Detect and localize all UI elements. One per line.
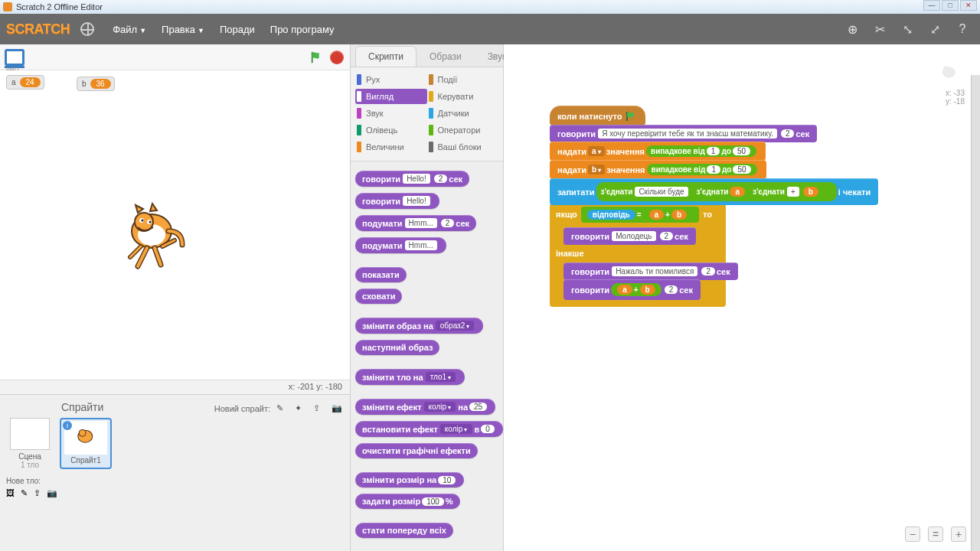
window-title: Scratch 2 Offline Editor: [16, 2, 103, 11]
sprite-pane-title: Спрайти: [6, 399, 103, 418]
tab-costumes[interactable]: Образи: [416, 46, 475, 67]
zoom-in-icon[interactable]: +: [951, 527, 966, 542]
scissors-icon[interactable]: ✂: [873, 22, 887, 36]
block-think[interactable]: подуматиHmm...: [355, 237, 446, 253]
tab-scripts[interactable]: Скрипти: [355, 46, 416, 67]
block-think-secs[interactable]: подуматиHmm...2сек: [355, 215, 476, 231]
app-icon: [3, 2, 12, 11]
menu-file[interactable]: Файл▼: [105, 24, 154, 35]
cat-motion[interactable]: Рух: [355, 72, 427, 87]
new-backdrop-label: Нове тло:: [6, 477, 344, 485]
fullscreen-icon[interactable]: [5, 49, 24, 66]
block-say[interactable]: говоритиHello!: [355, 193, 439, 209]
svg-point-10: [943, 67, 949, 73]
maximize-button[interactable]: □: [942, 0, 959, 11]
block-switch-backdrop[interactable]: змінити тло натло1: [355, 369, 465, 385]
block-clear-effects[interactable]: очистити графічні ефекти: [355, 443, 478, 458]
upload-backdrop-icon[interactable]: ⇪: [34, 488, 41, 498]
blk-ask[interactable]: запитати з'єднатиСкільки буде з'єднатиa …: [550, 178, 878, 205]
blk-say-good[interactable]: говоритиМолодець2сек: [564, 227, 696, 245]
stop-icon[interactable]: [330, 51, 344, 64]
stage-canvas[interactable]: a24 b36: [0, 70, 350, 380]
blk-say-intro[interactable]: говоритиЯ хочу перевірити тебе як ти зна…: [550, 125, 817, 142]
blk-say-bad[interactable]: говоритиНажаль ти помилився2сек: [564, 262, 738, 280]
info-icon[interactable]: i: [63, 421, 72, 430]
block-change-effect[interactable]: змінити ефектколірна25: [355, 399, 495, 415]
green-flag-icon[interactable]: [310, 51, 324, 64]
variable-monitor-a[interactable]: a24: [6, 75, 44, 90]
camera-sprite-icon[interactable]: 📷: [332, 403, 344, 414]
paint-sprite-icon[interactable]: ✦: [295, 403, 307, 414]
language-icon[interactable]: [80, 22, 94, 36]
app-menubar: SCRATCH Файл▼ Правка▼ Поради Про програм…: [0, 14, 980, 44]
sprite-pane: Спрайти Новий спрайт: ✎ ✦ ⇪ 📷 Сцена 1 тл…: [0, 394, 350, 551]
zoom-out-icon[interactable]: −: [905, 527, 920, 542]
shrink-icon[interactable]: ⤢: [928, 22, 942, 36]
zoom-reset-icon[interactable]: =: [928, 527, 943, 542]
svg-point-4: [142, 220, 144, 222]
blk-set-b[interactable]: надатиbзначення випадкове від1до50: [550, 160, 766, 179]
block-set-size[interactable]: задати розмір100%: [355, 494, 460, 509]
stamp-icon[interactable]: ⊕: [845, 22, 859, 36]
cat-sensing[interactable]: Датчики: [427, 106, 499, 121]
menu-about[interactable]: Про програму: [263, 24, 342, 35]
script-area[interactable]: x: -33y: -18 коли натиснуто говоритиЯ хо…: [504, 44, 980, 551]
cat-events[interactable]: Події: [427, 72, 499, 87]
paint-backdrop-icon[interactable]: ✎: [21, 488, 28, 498]
menu-edit[interactable]: Правка▼: [154, 24, 212, 35]
menu-tips[interactable]: Поради: [212, 24, 263, 35]
svg-point-6: [149, 221, 152, 223]
sprite-cat[interactable]: [115, 193, 191, 277]
cat-looks[interactable]: Вигляд: [355, 89, 427, 104]
cat-more[interactable]: Ваші блоки: [427, 139, 499, 155]
variable-monitor-b[interactable]: b36: [77, 77, 115, 91]
blk-set-a[interactable]: надатиaзначення випадкове від1до50: [550, 142, 766, 161]
block-say-secs[interactable]: говоритиHello!2сек: [355, 171, 469, 187]
choose-backdrop-icon[interactable]: 🖼: [6, 488, 15, 498]
blk-say-sum[interactable]: говорити a+b 2сек: [564, 279, 701, 300]
stage-header: v461: [0, 44, 350, 70]
minimize-button[interactable]: —: [923, 0, 940, 11]
zoom-controls: − = +: [905, 527, 966, 542]
block-switch-costume[interactable]: змінити образ наобраз2: [355, 318, 483, 334]
upload-sprite-icon[interactable]: ⇪: [313, 403, 325, 414]
stage-thumbnail[interactable]: Сцена 1 тло: [6, 418, 54, 469]
blk-if-else[interactable]: якщо відповідь = a+b то говоритиМолодець…: [550, 204, 726, 307]
cat-sound[interactable]: Звук: [355, 106, 427, 121]
block-set-effect[interactable]: встановити ефектколірв0: [355, 421, 503, 437]
help-icon[interactable]: ?: [956, 22, 969, 36]
cat-operators[interactable]: Оператори: [427, 122, 499, 138]
mouse-coords: x: -201 y: -180: [0, 380, 350, 394]
block-palette[interactable]: говоритиHello!2сек говоритиHello! подума…: [351, 161, 503, 551]
scratch-logo: SCRATCH: [6, 21, 70, 37]
editor-tabs: Скрипти Образи Звуки: [351, 44, 503, 67]
blk-when-flag[interactable]: коли натиснуто: [550, 106, 645, 126]
cat-pen[interactable]: Олівець: [355, 122, 427, 138]
block-go-front[interactable]: стати попереду всіх: [355, 523, 453, 538]
block-categories: Рух Події Вигляд Керувати Звук Датчики О…: [351, 67, 503, 161]
block-show[interactable]: показати: [355, 267, 407, 282]
cat-control[interactable]: Керувати: [427, 89, 499, 104]
sprite-thumbnail-1[interactable]: i Спрайт1: [60, 418, 112, 469]
choose-sprite-icon[interactable]: ✎: [276, 403, 289, 414]
cat-data[interactable]: Величини: [355, 139, 427, 155]
backpack-handle[interactable]: [971, 75, 980, 551]
block-next-costume[interactable]: наступний образ: [355, 340, 439, 355]
block-hide[interactable]: сховати: [355, 289, 402, 304]
sprite-info-thumb: x: -33y: -18: [934, 60, 965, 106]
close-button[interactable]: ✕: [960, 0, 977, 11]
svg-point-8: [79, 429, 86, 436]
new-sprite-label: Новий спрайт:: [214, 404, 270, 413]
camera-backdrop-icon[interactable]: 📷: [47, 488, 57, 498]
block-change-size[interactable]: змінити розмір на10: [355, 472, 464, 487]
grow-icon[interactable]: ⤡: [900, 22, 914, 36]
window-titlebar: Scratch 2 Offline Editor — □ ✕: [0, 0, 980, 14]
